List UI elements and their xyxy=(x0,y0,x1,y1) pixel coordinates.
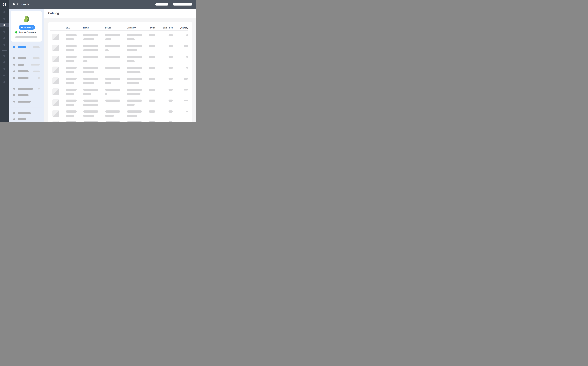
price-placeholder xyxy=(149,45,155,47)
category-placeholder-line2 xyxy=(127,71,141,73)
sidebar-nav-item[interactable] xyxy=(9,77,44,79)
table-row[interactable] xyxy=(48,34,192,43)
sku-placeholder-line2 xyxy=(66,104,74,106)
sidebar-nav-item[interactable] xyxy=(9,94,44,96)
sidebar-item-label-bar xyxy=(18,77,29,79)
sku-placeholder xyxy=(66,34,77,36)
sale-price-placeholder xyxy=(168,34,173,36)
table-row[interactable] xyxy=(48,121,192,122)
brand-placeholder xyxy=(105,89,120,91)
topbar-pill-button[interactable] xyxy=(173,3,192,6)
brand-placeholder xyxy=(105,34,120,36)
sidebar-nav-item[interactable] xyxy=(9,101,44,103)
sidebar-item-label-bar xyxy=(18,64,24,66)
table-row[interactable] xyxy=(48,56,192,65)
topbar-title: Products xyxy=(16,0,29,9)
product-image-thumbnail xyxy=(52,121,59,122)
sale-price-placeholder xyxy=(168,56,173,58)
name-placeholder xyxy=(83,34,98,36)
rail-item-icon[interactable] xyxy=(3,55,5,57)
page-header: Catalog xyxy=(44,9,196,18)
sidebar-nav-item[interactable] xyxy=(9,64,44,66)
sku-placeholder-line2 xyxy=(66,82,74,84)
sku-placeholder xyxy=(66,99,77,102)
category-placeholder-line2 xyxy=(127,60,135,62)
sku-placeholder xyxy=(66,67,77,69)
brand-placeholder xyxy=(105,99,120,102)
import-button[interactable]: IMPORT xyxy=(19,25,35,30)
sidebar-divider xyxy=(11,52,42,52)
sidebar-item-icon xyxy=(13,64,15,66)
table-row[interactable] xyxy=(48,99,192,108)
sku-placeholder-line2 xyxy=(66,115,74,117)
sidebar-item-label-bar xyxy=(18,57,26,59)
name-placeholder xyxy=(83,89,98,91)
import-card: S IMPORT Import Complete xyxy=(11,11,42,42)
name-placeholder-line2 xyxy=(83,104,98,106)
rail-item-icon[interactable] xyxy=(3,18,5,20)
sidebar-item-badge-dot xyxy=(38,77,40,79)
rail-item-icon[interactable] xyxy=(3,81,5,83)
sku-placeholder xyxy=(66,121,77,122)
brand-placeholder-line2 xyxy=(105,82,111,84)
import-button-label: IMPORT xyxy=(24,26,33,28)
product-image-thumbnail xyxy=(52,77,59,84)
table-row[interactable] xyxy=(48,45,192,54)
rail-item-icon[interactable] xyxy=(3,38,5,39)
price-placeholder xyxy=(149,110,155,113)
app-window: Products G S IMPORT Import Complete xyxy=(0,0,196,122)
sidebar-nav-item[interactable] xyxy=(9,57,44,59)
sidebar-nav-item[interactable] xyxy=(9,70,44,72)
rail-item-icon[interactable] xyxy=(3,61,5,63)
sidebar-item-label-bar xyxy=(18,46,26,48)
topbar: Products xyxy=(0,0,196,9)
rail-item-icon[interactable] xyxy=(3,31,5,33)
content-area: SKUNameBrandCategoryPriceSale PriceQuant… xyxy=(44,18,196,122)
name-placeholder-line2 xyxy=(83,49,98,51)
rail-item-icon[interactable] xyxy=(3,75,5,76)
catalog-table: SKUNameBrandCategoryPriceSale PriceQuant… xyxy=(48,22,192,122)
quantity-placeholder xyxy=(186,122,188,122)
name-placeholder-line2 xyxy=(83,71,94,73)
import-progress-bar xyxy=(15,36,38,38)
sidebar-nav-item[interactable] xyxy=(9,88,44,90)
category-placeholder xyxy=(127,89,142,91)
table-row[interactable] xyxy=(48,88,192,97)
sidebar-item-label-bar xyxy=(18,118,26,120)
sidebar-nav-item[interactable] xyxy=(9,46,44,48)
sidebar-item-label-bar xyxy=(18,101,31,103)
category-placeholder-line2 xyxy=(127,38,135,40)
rail-item-icon[interactable] xyxy=(3,44,5,46)
sidebar-item-icon xyxy=(13,46,15,48)
category-placeholder xyxy=(127,67,142,69)
sidebar-item-label-bar xyxy=(18,94,29,96)
app-logo[interactable]: G xyxy=(0,1,9,8)
sidebar-nav-item[interactable] xyxy=(9,112,44,114)
shopify-logo-icon: S xyxy=(23,15,30,22)
primary-sidebar: G xyxy=(0,0,9,122)
topbar-pill-button[interactable] xyxy=(155,3,168,6)
rail-item-icon[interactable] xyxy=(3,68,5,70)
sidebar-item-icon xyxy=(13,57,15,59)
svg-text:S: S xyxy=(25,17,28,21)
table-row[interactable] xyxy=(48,110,192,119)
rail-item-active-icon xyxy=(3,24,5,26)
category-placeholder-line2 xyxy=(127,49,137,51)
brand-placeholder xyxy=(105,121,120,122)
rail-item-active[interactable] xyxy=(0,23,9,27)
quantity-placeholder xyxy=(186,34,188,36)
rail-item-icon[interactable] xyxy=(3,11,5,13)
price-placeholder xyxy=(149,56,155,58)
status-success-dot-icon xyxy=(15,31,17,33)
category-placeholder xyxy=(127,56,142,58)
page-title: Catalog xyxy=(48,9,59,18)
table-row[interactable] xyxy=(48,67,192,76)
sidebar-item-icon xyxy=(13,70,15,72)
table-row[interactable] xyxy=(48,77,192,86)
category-placeholder xyxy=(127,99,142,102)
price-placeholder xyxy=(149,99,155,102)
sku-placeholder-line2 xyxy=(66,38,74,40)
sidebar-nav-item[interactable] xyxy=(9,118,44,120)
quantity-placeholder xyxy=(184,100,188,101)
quantity-placeholder xyxy=(184,45,188,47)
